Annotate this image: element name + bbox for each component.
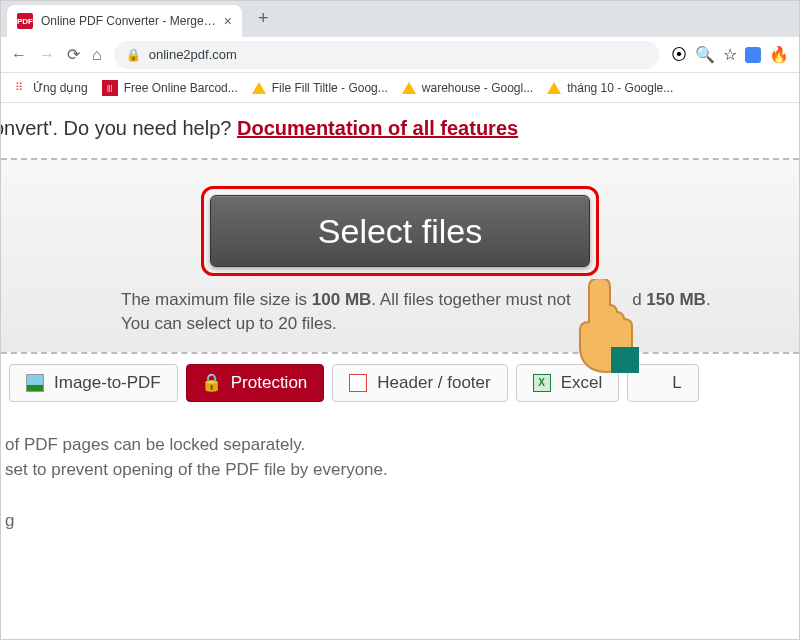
tab-header-footer[interactable]: Header / footer [332,364,507,402]
url-bar[interactable]: 🔒 online2pdf.com [114,41,659,69]
doc-link[interactable]: Documentation of all features [237,117,518,139]
size-info: The maximum file size is 100 MB. All fil… [1,288,799,336]
drive-icon [252,82,266,94]
page-icon [349,374,367,392]
bookmarks-bar: ⠿ Ứng dụng ||| Free Online Barcod... Fil… [1,73,799,103]
reload-button[interactable]: ⟳ [67,45,80,64]
pdf-icon: PDF [17,13,33,29]
svg-rect-0 [611,347,639,373]
translate-icon[interactable]: ⦿ [671,46,687,64]
url-text: online2pdf.com [149,47,237,62]
close-icon[interactable]: × [224,13,232,29]
image-icon [26,374,44,392]
back-button[interactable]: ← [11,46,27,64]
excel-icon: X [533,374,551,392]
tab-title: Online PDF Converter - Merge, c [41,14,216,28]
lock-icon: 🔒 [203,374,221,392]
home-button[interactable]: ⌂ [92,46,102,64]
drive-icon [402,82,416,94]
apps-button[interactable]: ⠿ Ứng dụng [11,80,88,96]
lock-icon: 🔒 [126,48,141,62]
apps-icon: ⠿ [11,80,27,96]
bookmark-item[interactable]: warehouse - Googl... [402,81,533,95]
option-tabs: Image-to-PDF 🔒 Protection Header / foote… [1,352,799,412]
protection-description: of PDF pages can be locked separately. s… [0,412,799,534]
help-text: onvert'. Do you need help? Documentation… [0,117,799,158]
tab-image-to-pdf[interactable]: Image-to-PDF [9,364,178,402]
bookmark-item[interactable]: File Fill Tiltle - Goog... [252,81,388,95]
zoom-icon[interactable]: 🔍 [695,45,715,64]
new-tab-button[interactable]: + [250,4,277,33]
forward-button[interactable]: → [39,46,55,64]
fire-icon[interactable]: 🔥 [769,45,789,64]
bookmark-item[interactable]: tháng 10 - Google... [547,81,673,95]
extension-icon[interactable] [745,47,761,63]
star-icon[interactable]: ☆ [723,45,737,64]
bookmark-item[interactable]: ||| Free Online Barcod... [102,80,238,96]
drive-icon [547,82,561,94]
browser-tab[interactable]: PDF Online PDF Converter - Merge, c × [7,5,242,37]
tab-protection[interactable]: 🔒 Protection [186,364,325,402]
select-highlight: Select files [201,186,599,276]
select-files-button[interactable]: Select files [210,195,590,267]
barcode-icon: ||| [102,80,118,96]
pointing-hand-icon [557,279,647,379]
